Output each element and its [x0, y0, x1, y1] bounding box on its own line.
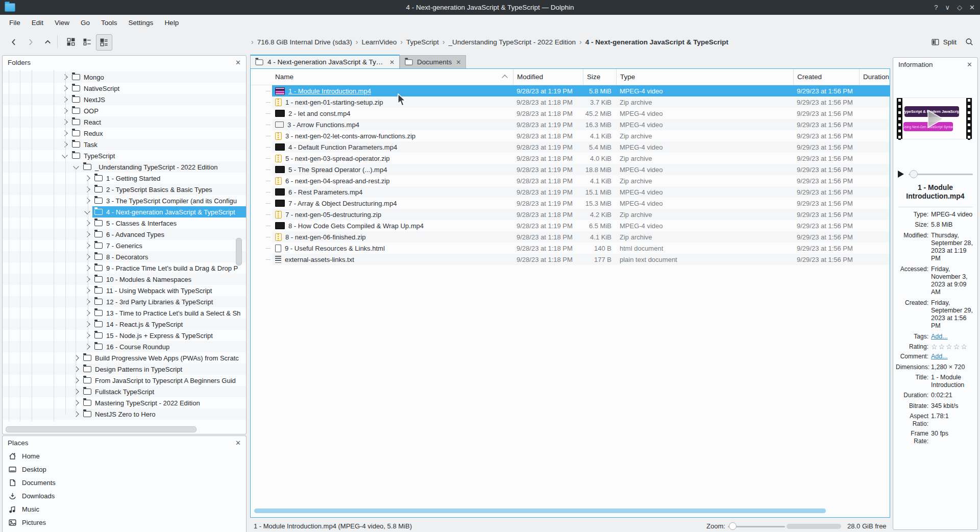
column-header-size[interactable]: Size [583, 69, 616, 85]
expand-icon[interactable] [62, 96, 67, 102]
add-link[interactable]: Add... [931, 353, 975, 360]
minimize-button[interactable]: ∨ [945, 4, 950, 11]
tree-item[interactable]: 3 - The TypeScript Compiler (and its Con… [3, 195, 246, 206]
expand-icon[interactable] [62, 141, 67, 147]
back-button[interactable] [6, 34, 21, 50]
information-panel-close-icon[interactable]: ✕ [967, 61, 972, 68]
tab-close-icon[interactable]: ✕ [456, 59, 461, 66]
column-header-created[interactable]: Created [793, 69, 859, 85]
tree-item[interactable]: 15 - Node.js + Express & TypeScript [3, 330, 246, 341]
split-button[interactable]: Split [929, 34, 959, 50]
place-item-home[interactable]: Home [3, 449, 246, 463]
file-row[interactable]: 2 - let and const.mp49/28/23 at 1:18 PM4… [251, 108, 890, 119]
expand-icon[interactable] [62, 119, 67, 125]
place-item-desktop[interactable]: Desktop [3, 463, 246, 476]
view-horizontal-scrollbar[interactable] [254, 509, 826, 513]
expand-icon[interactable] [73, 366, 79, 372]
help-button[interactable]: ? [934, 4, 938, 11]
tree-item[interactable]: Task [3, 139, 246, 150]
column-header-modified[interactable]: Modified [513, 69, 583, 85]
expand-icon[interactable] [84, 186, 90, 192]
menu-help[interactable]: Help [159, 17, 184, 29]
up-button[interactable] [40, 34, 55, 50]
expand-icon[interactable] [84, 243, 90, 248]
tree-item[interactable]: Build Progressive Web Apps (PWAs) from S… [3, 352, 246, 364]
tree-item[interactable]: _Understanding TypeScript - 2022 Edition [3, 161, 246, 173]
expand-icon[interactable] [62, 85, 67, 91]
expand-icon[interactable] [62, 108, 67, 113]
expand-icon[interactable] [84, 231, 90, 237]
expand-icon[interactable] [84, 287, 90, 293]
breadcrumb-item[interactable]: TypeScript [406, 38, 439, 46]
breadcrumb-item[interactable]: LearnVideo [361, 38, 397, 46]
menu-tools[interactable]: Tools [96, 17, 122, 29]
file-row[interactable]: 9 - Useful Resources & Links.html9/28/23… [251, 243, 890, 254]
tree-item[interactable]: 1 - Getting Started [3, 173, 246, 184]
menu-file[interactable]: File [4, 17, 26, 29]
tree-item[interactable]: Design Patterns in TypeScript [3, 364, 246, 375]
menu-edit[interactable]: Edit [27, 17, 48, 29]
expand-icon[interactable] [73, 355, 79, 360]
tree-item[interactable]: Mastering TypeScript - 2022 Edition [3, 397, 246, 408]
tree-item[interactable]: Mongo [3, 71, 246, 83]
tree-item[interactable]: React [3, 116, 246, 128]
place-item[interactable] [3, 529, 246, 532]
file-row[interactable]: 8 - How Code Gets Compiled & Wrap Up.mp4… [251, 220, 890, 231]
tree-item[interactable]: 14 - React.js & TypeScript [3, 319, 246, 330]
tree-item[interactable]: 2 - TypeScript Basics & Basic Types [3, 184, 246, 195]
expand-icon[interactable] [73, 377, 79, 383]
column-header-name[interactable]: Name [272, 69, 513, 85]
seek-slider-handle[interactable] [910, 170, 918, 178]
expand-icon[interactable] [84, 332, 90, 338]
file-row[interactable]: 5 - next-gen-03-spread-operator.zip9/28/… [251, 153, 890, 164]
tree-item[interactable]: 11 - Using Webpack with TypeScript [3, 285, 246, 296]
compact-view-button[interactable] [80, 34, 95, 50]
tree-item[interactable]: 12 - 3rd Party Libraries & TypeScript [3, 296, 246, 307]
file-row[interactable]: 4 - Default Function Parameters.mp49/28/… [251, 141, 890, 153]
tree-item[interactable]: 4 - Next-generation JavaScript & TypeScr… [3, 206, 246, 217]
file-row[interactable]: 8 - next-gen-06-finished.zip9/28/23 at 1… [251, 231, 890, 243]
tree-item[interactable]: 10 - Modules & Namespaces [3, 274, 246, 285]
rating-stars[interactable]: ☆☆☆☆☆ [931, 343, 975, 351]
places-panel-close-icon[interactable]: ✕ [235, 439, 241, 447]
tree-item[interactable]: 13 - Time to Practice Let's build a Sele… [3, 307, 246, 319]
place-item-music[interactable]: Music [3, 502, 246, 516]
tree-item[interactable]: NestJS Zero to Hero [3, 408, 246, 420]
tree-item[interactable]: 5 - Classes & Interfaces [3, 217, 246, 229]
expand-icon[interactable] [84, 265, 90, 271]
column-header-type[interactable]: Type [616, 69, 793, 85]
expand-icon[interactable] [84, 344, 90, 349]
tab-active[interactable]: 4 - Next-generation JavaScript & TypeScr… [250, 55, 400, 68]
file-row[interactable]: 7 - next-gen-05-destructuring.zip9/28/23… [251, 209, 890, 220]
folders-vertical-scrollbar[interactable] [236, 238, 242, 265]
breadcrumb-item[interactable]: 716.8 GiB Internal Drive (sda3) [257, 38, 352, 46]
collapse-icon[interactable] [84, 208, 90, 214]
file-row[interactable]: 5 - The Spread Operator (...).mp49/28/23… [251, 164, 890, 175]
expand-icon[interactable] [73, 400, 79, 405]
tree-item[interactable]: 8 - Decorators [3, 251, 246, 262]
breadcrumb-item[interactable]: 4 - Next-generation JavaScript & TypeScr… [585, 38, 728, 46]
expand-icon[interactable] [73, 411, 79, 417]
details-view-button[interactable] [96, 34, 112, 51]
zoom-slider-handle[interactable] [729, 522, 737, 530]
column-header-duration[interactable]: Duration [859, 69, 890, 85]
file-row[interactable]: 1 - next-gen-01-starting-setup.zip9/28/2… [251, 96, 890, 108]
play-button[interactable] [898, 171, 904, 178]
expand-icon[interactable] [62, 74, 67, 80]
icons-view-button[interactable] [63, 34, 79, 50]
menu-settings[interactable]: Settings [124, 17, 159, 29]
menu-go[interactable]: Go [76, 17, 95, 29]
expand-icon[interactable] [84, 321, 90, 327]
tree-item[interactable]: From JavaScript to Typescript A Beginner… [3, 375, 246, 386]
tree-item[interactable]: Fullstack TypeScript [3, 386, 246, 397]
maximize-button[interactable]: ◇ [957, 4, 962, 11]
tree-item[interactable]: 9 - Practice Time Let's build a Drag & D… [3, 262, 246, 274]
tree-item[interactable]: 16 - Course Roundup [3, 341, 246, 352]
tree-item[interactable]: NextJS [3, 94, 246, 105]
file-row[interactable]: 7 - Array & Object Destructuring.mp49/28… [251, 198, 890, 209]
place-item-downloads[interactable]: Downloads [3, 489, 246, 502]
expand-icon[interactable] [84, 220, 90, 226]
tree-item[interactable]: OOP [3, 105, 246, 116]
tree-item[interactable]: 6 - Advanced Types [3, 229, 246, 240]
place-item-documents[interactable]: Documents [3, 476, 246, 489]
